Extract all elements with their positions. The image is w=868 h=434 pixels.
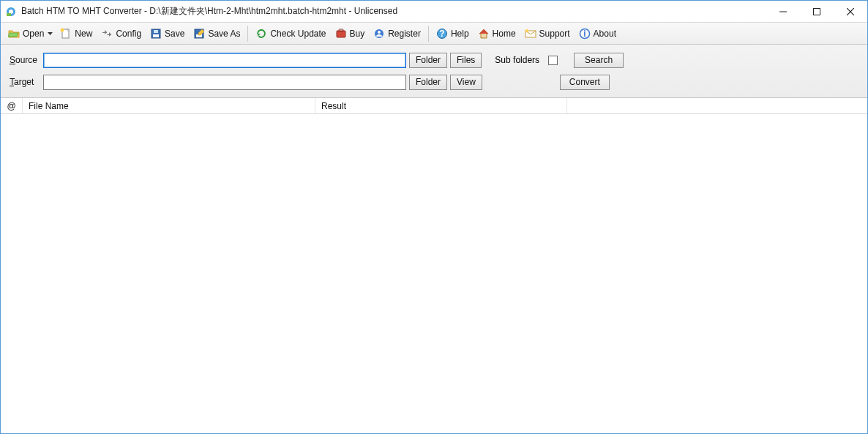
about-label: About <box>594 29 616 39</box>
support-label: Support <box>539 29 570 39</box>
target-input[interactable] <box>43 75 406 90</box>
save-icon <box>150 28 162 40</box>
svg-text:i: i <box>583 29 585 39</box>
subfolders-label: Sub folders <box>495 55 539 65</box>
folder-open-icon <box>8 28 20 40</box>
about-button[interactable]: i About <box>575 25 621 42</box>
target-label: Target <box>10 77 40 87</box>
open-dropdown[interactable] <box>47 32 53 35</box>
home-label: Home <box>493 29 516 39</box>
update-icon <box>255 28 267 40</box>
close-button[interactable] <box>834 1 867 22</box>
source-label: Source <box>10 55 40 65</box>
new-button[interactable]: New <box>56 25 97 42</box>
chevron-down-icon <box>48 32 53 35</box>
buy-label: Buy <box>350 29 365 39</box>
save-as-icon <box>193 28 205 40</box>
support-button[interactable]: Support <box>520 25 575 42</box>
column-filename[interactable]: File Name <box>23 98 315 113</box>
window-title: Batch HTM TO MHT Converter - D:\新建文件夹\Ht… <box>21 5 397 18</box>
config-button[interactable]: Config <box>97 25 146 42</box>
new-label: New <box>75 29 92 39</box>
column-result[interactable]: Result <box>315 98 567 113</box>
target-row: Target Folder View Convert <box>10 74 858 90</box>
register-label: Register <box>388 29 421 39</box>
svg-rect-2 <box>7 13 11 16</box>
source-input[interactable] <box>43 53 406 68</box>
save-as-button[interactable]: Save As <box>189 25 244 42</box>
title-bar: Batch HTM TO MHT Converter - D:\新建文件夹\Ht… <box>1 1 867 23</box>
toolbar-separator <box>428 26 429 42</box>
subfolders-checkbox[interactable] <box>548 56 558 65</box>
paths-panel: Source Folder Files Sub folders Search T… <box>1 45 867 98</box>
check-update-label: Check Update <box>270 29 326 39</box>
maximize-button[interactable] <box>800 1 834 22</box>
about-icon: i <box>579 28 591 40</box>
new-file-icon <box>60 28 72 40</box>
svg-point-22 <box>525 29 528 32</box>
svg-rect-4 <box>814 8 820 15</box>
home-icon <box>478 28 490 40</box>
help-icon: ? <box>436 28 448 40</box>
toolbar-separator <box>247 26 248 42</box>
config-label: Config <box>116 29 141 39</box>
save-button[interactable]: Save <box>146 25 189 42</box>
app-icon <box>5 6 17 18</box>
register-icon <box>373 28 385 40</box>
column-at[interactable]: @ <box>1 98 23 113</box>
convert-button[interactable]: Convert <box>560 75 610 90</box>
file-list-body[interactable] <box>1 114 867 433</box>
target-view-button[interactable]: View <box>450 75 482 90</box>
svg-rect-11 <box>153 34 159 37</box>
svg-text:?: ? <box>439 29 444 39</box>
support-icon <box>525 28 536 40</box>
target-folder-button[interactable]: Folder <box>409 75 447 90</box>
file-list-header: @ File Name Result <box>1 98 867 114</box>
buy-icon <box>335 28 347 40</box>
source-folder-button[interactable]: Folder <box>409 53 447 68</box>
buy-button[interactable]: Buy <box>331 25 370 42</box>
minimize-button[interactable] <box>766 1 800 22</box>
help-label: Help <box>451 29 469 39</box>
svg-point-9 <box>61 28 64 31</box>
check-update-button[interactable]: Check Update <box>251 25 330 42</box>
column-spacer <box>567 98 867 113</box>
source-row: Source Folder Files Sub folders Search <box>10 52 858 68</box>
search-button[interactable]: Search <box>574 53 624 68</box>
svg-rect-12 <box>154 30 158 33</box>
main-toolbar: Open New Config Save Sa <box>1 23 867 45</box>
help-button[interactable]: ? Help <box>432 25 474 42</box>
home-button[interactable]: Home <box>474 25 520 42</box>
source-files-button[interactable]: Files <box>450 53 482 68</box>
open-button[interactable]: Open <box>4 25 48 42</box>
save-as-label: Save As <box>208 29 240 39</box>
open-label: Open <box>23 29 44 39</box>
register-button[interactable]: Register <box>369 25 425 42</box>
save-label: Save <box>165 29 184 39</box>
config-icon <box>101 28 113 40</box>
svg-point-18 <box>378 31 381 34</box>
